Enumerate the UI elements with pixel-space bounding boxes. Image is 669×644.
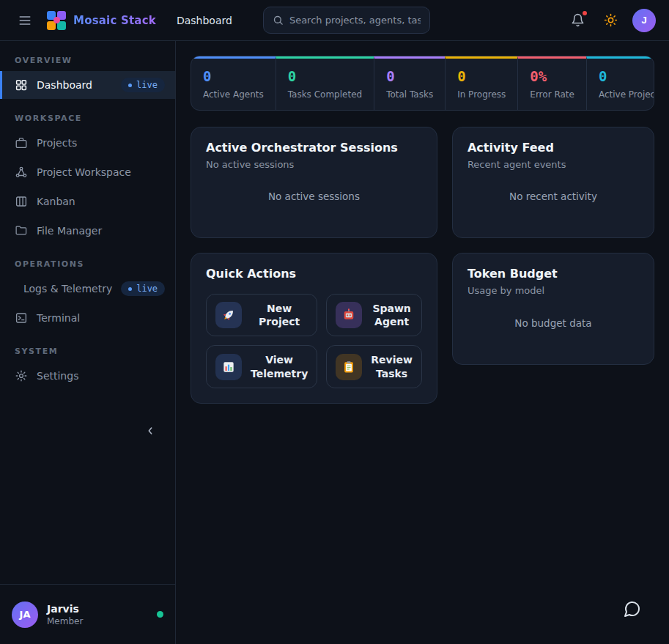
live-badge: live: [121, 281, 165, 296]
online-status-dot: [157, 611, 163, 618]
sidebar-item-label: Projects: [37, 137, 165, 149]
quick-action-label: Review Tasks: [371, 353, 413, 380]
stat-error-rate: 0% Error Rate: [517, 56, 586, 110]
sidebar-item-label: Logs & Telemetry: [23, 283, 112, 295]
user-avatar[interactable]: J: [632, 9, 656, 32]
sessions-empty-state: No active sessions: [206, 170, 422, 223]
breadcrumb-page-name: Dashboard: [177, 15, 232, 26]
stat-label: Active Projects: [599, 89, 654, 100]
quick-action-label: Spawn Agent: [371, 302, 413, 328]
stat-value: 0: [599, 68, 654, 84]
stat-value: 0: [457, 68, 506, 84]
mosaic-logo-icon: [47, 11, 66, 30]
main-content: 0 Active Agents 0 Tasks Completed 0 Tota…: [176, 41, 669, 644]
sidebar-item-dashboard[interactable]: Dashboard live: [0, 71, 175, 99]
sidebar-item-label: Settings: [37, 370, 165, 382]
chat-fab-button[interactable]: [616, 593, 648, 625]
top-bar: Mosaic Stack Dashboard J: [0, 0, 669, 41]
quick-action-label: New Project: [251, 302, 308, 328]
activity-empty-state: No recent activity: [467, 170, 639, 223]
clipboard-icon: [336, 354, 362, 380]
hamburger-icon: [18, 13, 32, 28]
user-initials-avatar: JA: [12, 602, 38, 628]
terminal-icon: [15, 311, 28, 325]
stat-active-agents: 0 Active Agents: [191, 56, 276, 110]
sidebar-item-file-manager[interactable]: File Manager: [0, 217, 175, 245]
sidebar-item-label: File Manager: [37, 225, 165, 237]
live-dot-icon: [128, 287, 132, 291]
card-active-orchestrator-sessions: Active Orchestrator Sessions No active s…: [191, 127, 437, 238]
stats-row: 0 Active Agents 0 Tasks Completed 0 Tota…: [191, 56, 654, 111]
hamburger-menu-button[interactable]: [13, 9, 37, 32]
network-nodes-icon: [15, 166, 28, 179]
user-profile-card[interactable]: JA Jarvis Member: [0, 584, 175, 644]
folder-icon: [15, 224, 28, 237]
spawn-agent-button[interactable]: Spawn Agent: [326, 294, 422, 336]
section-heading-operations: OPERATIONS: [0, 259, 175, 269]
rocket-icon: [215, 302, 242, 328]
brand-logo[interactable]: Mosaic Stack: [47, 11, 156, 30]
briefcase-icon: [15, 136, 28, 149]
bar-chart-icon: [215, 354, 242, 380]
robot-icon: [336, 302, 362, 328]
notification-dot: [583, 11, 587, 15]
card-subtitle: Recent agent events: [467, 159, 639, 170]
sidebar-item-logs-telemetry[interactable]: Logs & Telemetry live: [0, 275, 175, 303]
section-heading-overview: OVERVIEW: [0, 56, 175, 65]
sidebar-item-project-workspace[interactable]: Project Workspace: [0, 158, 175, 186]
stat-label: Error Rate: [530, 89, 574, 100]
user-role: Member: [47, 616, 83, 626]
chevron-left-icon: [144, 425, 156, 437]
stat-label: Total Tasks: [386, 89, 433, 100]
sidebar-item-settings[interactable]: Settings: [0, 362, 175, 390]
sidebar-item-terminal[interactable]: Terminal: [0, 304, 175, 332]
quick-action-label: View Telemetry: [251, 353, 308, 380]
sidebar-item-label: Dashboard: [37, 79, 112, 91]
sidebar-item-projects[interactable]: Projects: [0, 129, 175, 157]
search-icon: [273, 15, 284, 26]
chat-bubble-icon: [624, 600, 641, 618]
card-quick-actions: Quick Actions New Project Spawn Agent: [191, 253, 437, 404]
stat-tasks-completed: 0 Tasks Completed: [276, 56, 374, 110]
sidebar-item-label: Kanban: [37, 196, 165, 207]
stat-label: Active Agents: [203, 89, 264, 100]
notifications-button[interactable]: [566, 9, 589, 32]
section-heading-workspace: WORKSPACE: [0, 114, 175, 123]
view-telemetry-button[interactable]: View Telemetry: [206, 345, 317, 388]
sun-icon: [604, 13, 618, 27]
global-search[interactable]: [263, 7, 430, 34]
search-input[interactable]: [289, 15, 421, 26]
sidebar-collapse-button[interactable]: [140, 421, 160, 441]
user-name: Jarvis: [47, 603, 83, 615]
dashboard-grid-icon: [15, 78, 28, 92]
sidebar-item-label: Terminal: [37, 312, 165, 324]
sidebar: OVERVIEW Dashboard live WORKSPACE Projec…: [0, 41, 176, 644]
theme-toggle-button[interactable]: [599, 9, 622, 32]
new-project-button[interactable]: New Project: [206, 294, 317, 336]
sidebar-item-kanban[interactable]: Kanban: [0, 188, 175, 215]
brand-name: Mosaic Stack: [73, 14, 156, 27]
review-tasks-button[interactable]: Review Tasks: [326, 345, 422, 388]
stat-value: 0: [386, 68, 433, 84]
card-token-budget: Token Budget Usage by model No budget da…: [452, 253, 654, 365]
stat-value: 0: [288, 68, 362, 84]
stat-label: Tasks Completed: [288, 89, 362, 100]
stat-in-progress: 0 In Progress: [445, 56, 517, 110]
stat-label: In Progress: [457, 89, 506, 100]
stat-value: 0: [203, 68, 264, 84]
section-heading-system: SYSTEM: [0, 347, 175, 356]
kanban-columns-icon: [15, 195, 28, 208]
card-subtitle: Usage by model: [467, 285, 639, 296]
card-subtitle: No active sessions: [206, 159, 422, 170]
card-title: Active Orchestrator Sessions: [206, 141, 422, 155]
stat-active-projects: 0 Active Projects: [586, 56, 654, 110]
live-badge: live: [121, 78, 165, 92]
card-title: Activity Feed: [467, 141, 639, 155]
card-title: Quick Actions: [206, 267, 422, 281]
gear-icon: [15, 369, 28, 382]
live-dot-icon: [128, 84, 132, 87]
stat-total-tasks: 0 Total Tasks: [374, 56, 445, 110]
budget-empty-state: No budget data: [467, 296, 639, 349]
stat-value: 0%: [530, 68, 574, 84]
card-title: Token Budget: [467, 267, 639, 281]
